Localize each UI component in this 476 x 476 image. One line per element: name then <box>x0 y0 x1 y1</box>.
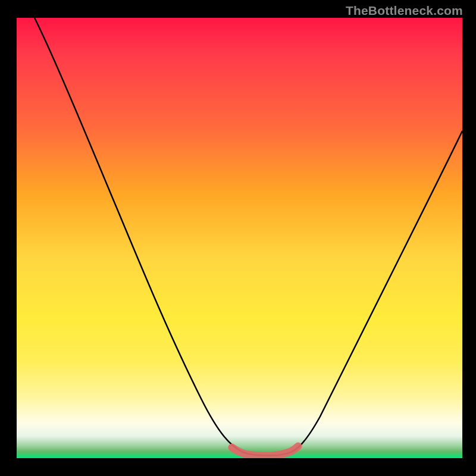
bottleneck-curve <box>35 18 462 455</box>
bottom-marker-band <box>232 446 298 456</box>
chart-svg <box>17 18 462 458</box>
watermark-text: TheBottleneck.com <box>346 4 463 18</box>
chart-container: TheBottleneck.com <box>0 0 476 476</box>
